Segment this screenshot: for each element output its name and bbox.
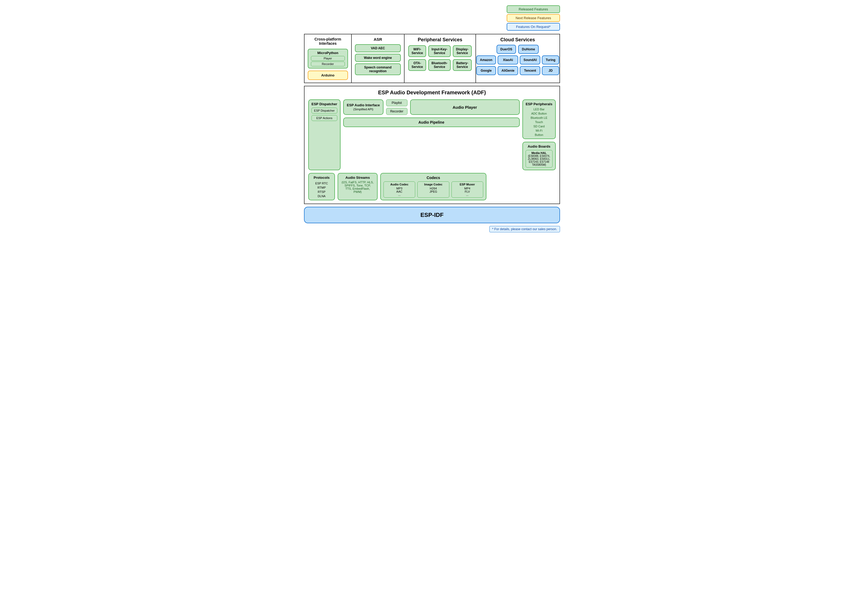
touch-item: Touch bbox=[535, 120, 543, 124]
amazon-box: Amazon bbox=[476, 55, 496, 64]
dlna-item: DLNA bbox=[318, 195, 325, 198]
peripheral-title: Peripheral Services bbox=[418, 37, 462, 42]
micropython-title: MicroPython bbox=[311, 51, 345, 55]
esp-dispatcher-inner1: ESP Dispatcher bbox=[311, 108, 337, 113]
playlist-recorder-box: Playlist Recorder bbox=[386, 99, 407, 115]
dueros-box: DuerOS bbox=[497, 45, 516, 54]
asr-section: ASR VAD AEC Wake word engine Speech comm… bbox=[352, 35, 405, 83]
flv-item: FLV bbox=[465, 190, 470, 193]
aac-item: AAC bbox=[396, 190, 402, 193]
wifi-item: Wi-Fi bbox=[536, 129, 542, 132]
esp-audio-interface-box: ESP Audio Interface(Simplified API) bbox=[343, 99, 384, 115]
cloud-top-row: DuerOS DuHome bbox=[497, 45, 539, 54]
arduino-box: Arduino bbox=[308, 71, 348, 80]
sd-card-item: SD Card bbox=[533, 125, 544, 128]
codecs-section: Codecs Audio Codec MP3 AAC ... Image Cod… bbox=[380, 173, 486, 200]
esp-audio-interface-label: ESP Audio Interface(Simplified API) bbox=[347, 103, 380, 111]
mp3-item: MP3 bbox=[396, 187, 402, 190]
input-key-service-box: Input-Key-Service bbox=[428, 45, 451, 57]
wake-word-box: Wake word engine bbox=[355, 54, 401, 62]
button-item: Button bbox=[534, 133, 543, 137]
audio-streams-title: Audio Streams bbox=[345, 176, 370, 179]
cloud-title: Cloud Services bbox=[500, 37, 535, 42]
turing-box: Turing bbox=[542, 55, 559, 64]
h264-item: H264 bbox=[430, 187, 437, 190]
micropython-box: MicroPython Player Recorder bbox=[308, 49, 348, 69]
audio-boards-title: Audio Boards bbox=[528, 145, 550, 148]
adc-button-item: ADC Button bbox=[531, 112, 547, 115]
image-codec-box: Image Codec H264 JPEG bbox=[417, 181, 449, 198]
vad-aec-box: VAD AEC bbox=[355, 44, 401, 52]
wifi-service-box: WiFi-Service bbox=[408, 45, 426, 57]
soundai-box: SoundAI bbox=[520, 55, 540, 64]
rtmp-item: RTMP bbox=[318, 186, 326, 189]
muxer-more-item: ... bbox=[466, 193, 468, 196]
cloud-grid: Amazon XiaoAi SoundAI Turing Google AliG… bbox=[476, 55, 559, 75]
ota-service-box: OTA-Service bbox=[408, 59, 426, 71]
audio-player-box: Audio Player bbox=[410, 99, 520, 115]
peripheral-grid: WiFi-Service Input-Key-Service Display-S… bbox=[408, 45, 471, 71]
led-bar-item: LED Bar bbox=[534, 108, 545, 111]
codecs-title: Codecs bbox=[427, 176, 440, 180]
display-service-box: Display-Service bbox=[453, 45, 472, 57]
recorder-box: Recorder bbox=[386, 108, 407, 115]
esp-muxer-box: ESP Muxer MP4 FLV ... bbox=[451, 181, 483, 198]
protocols-box: Protocols ESP RTC RTMP RTSP DLNA bbox=[308, 173, 335, 200]
audio-pipeline-box: Audio Pipeline bbox=[343, 118, 520, 127]
bluetooth-le-item: Bluetooth LE bbox=[531, 116, 547, 119]
adf-section: ESP Audio Development Framework (ADF) ES… bbox=[304, 86, 560, 204]
legend-released: Released Features bbox=[507, 5, 560, 13]
cloud-section: Cloud Services DuerOS DuHome Amazon Xiao… bbox=[476, 35, 560, 83]
speech-command-box: Speech command recognition bbox=[355, 63, 401, 75]
cross-platform-section: Cross-platform Interfaces MicroPython Pl… bbox=[304, 35, 352, 83]
esp-dispatcher-inner2: ESP Actions bbox=[311, 115, 337, 121]
adf-title: ESP Audio Development Framework (ADF) bbox=[308, 90, 556, 96]
audio-codec-title: Audio Codec bbox=[390, 183, 408, 186]
audio-streams-content: (I2S, FatFS, HTTP, HLS, SPIFFS, Tone, TC… bbox=[342, 181, 374, 193]
audio-streams-box: Audio Streams (I2S, FatFS, HTTP, HLS, SP… bbox=[337, 173, 378, 200]
duhome-box: DuHome bbox=[518, 45, 539, 54]
media-hal-title: Media HAL bbox=[528, 151, 550, 154]
adf-top-row: ESP Dispatcher ESP Dispatcher ESP Action… bbox=[308, 99, 556, 170]
player-item: Player bbox=[311, 56, 345, 61]
esp-peripherals-box: ESP Peripherals LED Bar ADC Button Bluet… bbox=[522, 99, 556, 139]
bluetooth-service-box: Bluetooth-Service bbox=[428, 59, 451, 71]
asr-title: ASR bbox=[374, 37, 382, 42]
espidf-box: ESP-IDF bbox=[304, 207, 560, 223]
legend-next: Next Release Features bbox=[507, 14, 560, 22]
mp4-item: MP4 bbox=[464, 187, 470, 190]
tencent-box: Tencent bbox=[520, 66, 540, 75]
jpeg-item: JPEG bbox=[430, 190, 437, 193]
esp-peripherals-title: ESP Peripherals bbox=[526, 102, 552, 106]
legend: Released Features Next Release Features … bbox=[304, 5, 560, 31]
esp-rtc-item: ESP RTC bbox=[315, 182, 328, 185]
rtsp-item: RTSP bbox=[318, 190, 325, 193]
xiaoai-box: XiaoAi bbox=[498, 55, 518, 64]
legend-request: Features On Request* bbox=[507, 23, 560, 31]
image-codec-title: Image Codec bbox=[424, 183, 442, 186]
media-hal-box: Media HAL (ES8388, ES8374, ZL38063, ES83… bbox=[526, 150, 553, 168]
footer-note: * For details, please contact our sales … bbox=[489, 226, 560, 233]
adf-bottom-row: Protocols ESP RTC RTMP RTSP DLNA Audio S… bbox=[308, 173, 556, 200]
peripheral-section: Peripheral Services WiFi-Service Input-K… bbox=[405, 35, 476, 83]
media-hal-content: (ES8388, ES8374, ZL38063, ES8311, ES7243… bbox=[528, 154, 550, 166]
playlist-box: Playlist bbox=[386, 99, 407, 106]
right-col: ESP Peripherals LED Bar ADC Button Bluet… bbox=[522, 99, 556, 170]
esp-dispatcher-box: ESP Dispatcher ESP Dispatcher ESP Action… bbox=[308, 99, 341, 170]
esp-dispatcher-title: ESP Dispatcher bbox=[311, 102, 337, 106]
esp-muxer-title: ESP Muxer bbox=[460, 183, 475, 186]
aligenie-box: AliGenie bbox=[498, 66, 518, 75]
cross-platform-title: Cross-platform Interfaces bbox=[308, 37, 348, 46]
recorder-item: Recorder bbox=[311, 61, 345, 66]
protocols-title: Protocols bbox=[314, 176, 330, 179]
audio-more-item: ... bbox=[398, 193, 400, 196]
battery-service-box: Battery-Service bbox=[453, 59, 472, 71]
codecs-inner-row: Audio Codec MP3 AAC ... Image Codec H264… bbox=[383, 181, 483, 198]
audio-codec-box: Audio Codec MP3 AAC ... bbox=[383, 181, 415, 198]
jd-box: JD bbox=[542, 66, 559, 75]
google-box: Google bbox=[476, 66, 496, 75]
audio-boards-box: Audio Boards Media HAL (ES8388, ES8374, … bbox=[522, 142, 556, 170]
top-section: Cross-platform Interfaces MicroPython Pl… bbox=[304, 34, 560, 83]
pipeline-and-bottom: ESP Audio Interface(Simplified API) Play… bbox=[343, 99, 520, 170]
